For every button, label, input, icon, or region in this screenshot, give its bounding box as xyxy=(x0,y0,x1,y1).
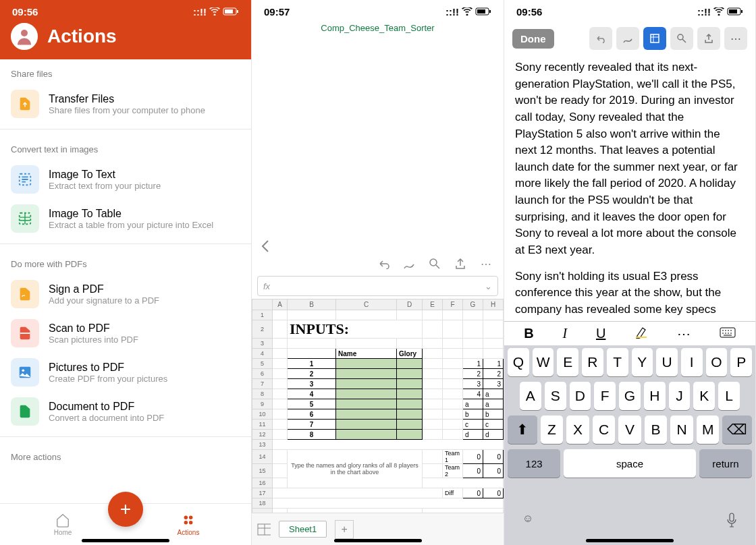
key-O[interactable]: O xyxy=(706,348,728,376)
avatar[interactable] xyxy=(11,23,38,50)
clock: 09:57 xyxy=(264,6,290,18)
svg-point-3 xyxy=(21,30,28,36)
image-to-table[interactable]: Image To TableExtract a table from your … xyxy=(0,199,251,238)
more-icon[interactable]: ⋯ xyxy=(724,27,747,50)
key-C[interactable]: C xyxy=(593,415,616,444)
underline-button[interactable]: U xyxy=(596,326,605,341)
more-icon[interactable]: ⋯ xyxy=(479,257,493,270)
image-to-text[interactable]: Image To TextExtract text from your pict… xyxy=(0,160,251,199)
section-more: More actions xyxy=(0,442,251,467)
key-R[interactable]: R xyxy=(582,348,603,376)
svg-rect-1 xyxy=(225,9,233,13)
key-J[interactable]: J xyxy=(669,382,691,410)
svg-point-21 xyxy=(678,34,683,40)
svg-rect-19 xyxy=(741,10,742,13)
svg-rect-14 xyxy=(489,10,491,13)
mic-icon[interactable] xyxy=(726,513,737,530)
key-U[interactable]: U xyxy=(656,348,678,376)
svg-rect-13 xyxy=(477,9,485,13)
status-icons: ::!! xyxy=(193,6,239,18)
filename[interactable]: Comp_Cheese_Team_Sorter xyxy=(252,23,504,237)
page-title: Actions xyxy=(47,26,117,47)
shift-key[interactable]: ⬆ xyxy=(508,415,537,444)
key-S[interactable]: S xyxy=(545,382,566,410)
key-H[interactable]: H xyxy=(644,382,666,410)
status-icons: ::!! xyxy=(446,6,491,18)
draw-icon[interactable] xyxy=(616,27,639,50)
add-sheet[interactable]: + xyxy=(335,520,354,539)
section-share: Share files xyxy=(0,59,251,84)
layout-icon[interactable] xyxy=(643,27,666,50)
undo-icon[interactable] xyxy=(589,27,612,50)
key-L[interactable]: L xyxy=(718,382,740,410)
svg-point-15 xyxy=(430,259,437,266)
key-V[interactable]: V xyxy=(618,415,641,444)
keyboard-icon[interactable] xyxy=(720,326,736,341)
sheet-tab[interactable]: Sheet1 xyxy=(279,521,327,538)
key-K[interactable]: K xyxy=(693,382,715,410)
sheets-icon[interactable] xyxy=(257,523,271,536)
return-key[interactable]: return xyxy=(699,449,752,478)
num-key[interactable]: 123 xyxy=(508,449,560,478)
formula-bar[interactable]: fx⌄ xyxy=(257,276,498,296)
svg-point-10 xyxy=(184,521,188,525)
emoji-icon[interactable]: ☺ xyxy=(522,513,533,530)
share-icon[interactable] xyxy=(697,27,720,50)
svg-rect-18 xyxy=(729,9,737,13)
draw-icon[interactable] xyxy=(402,257,416,270)
key-P[interactable]: P xyxy=(730,348,752,376)
done-button[interactable]: Done xyxy=(512,29,554,49)
key-F[interactable]: F xyxy=(594,382,616,410)
home-indicator[interactable] xyxy=(334,539,422,542)
svg-point-8 xyxy=(184,516,188,520)
more-format-icon[interactable]: ⋯ xyxy=(677,326,691,342)
space-key[interactable]: space xyxy=(564,449,696,478)
svg-rect-24 xyxy=(730,513,734,521)
home-indicator[interactable] xyxy=(82,539,169,542)
key-Z[interactable]: Z xyxy=(541,415,564,444)
transfer-files[interactable]: Transfer FilesShare files from your comp… xyxy=(0,84,251,123)
backspace-key[interactable]: ⌫ xyxy=(722,415,752,444)
clock: 09:56 xyxy=(516,6,542,18)
fab-add[interactable]: + xyxy=(108,492,143,527)
share-icon[interactable] xyxy=(454,257,467,270)
key-B[interactable]: B xyxy=(645,415,668,444)
svg-point-11 xyxy=(189,521,193,525)
scan-pdf[interactable]: Scan to PDFScan pictures into PDF xyxy=(0,314,251,353)
sign-pdf[interactable]: Sign a PDFAdd your signature to a PDF xyxy=(0,275,251,314)
svg-rect-22 xyxy=(636,337,647,338)
bold-button[interactable]: B xyxy=(524,326,533,341)
clock: 09:56 xyxy=(12,6,38,18)
svg-rect-23 xyxy=(720,328,735,337)
key-X[interactable]: X xyxy=(566,415,589,444)
svg-rect-2 xyxy=(237,10,238,13)
search-icon[interactable] xyxy=(670,27,693,50)
key-G[interactable]: G xyxy=(619,382,641,410)
undo-icon[interactable] xyxy=(377,257,390,270)
search-icon[interactable] xyxy=(428,257,441,270)
key-M[interactable]: M xyxy=(697,415,720,444)
italic-button[interactable]: I xyxy=(563,326,568,341)
key-A[interactable]: A xyxy=(520,382,541,410)
keyboard: QWERTYUIOP ASDFGHJKL ⬆ ZXCVBNM ⌫ 123 spa… xyxy=(504,345,755,545)
svg-point-7 xyxy=(22,369,24,372)
svg-rect-20 xyxy=(651,34,659,42)
section-pdf: Do more with PDFs xyxy=(0,250,251,275)
key-W[interactable]: W xyxy=(533,348,554,376)
key-D[interactable]: D xyxy=(570,382,591,410)
highlight-icon[interactable] xyxy=(634,325,648,342)
key-E[interactable]: E xyxy=(557,348,578,376)
pictures-pdf[interactable]: Pictures to PDFCreate PDF from your pict… xyxy=(0,353,251,392)
section-convert: Convert text in images xyxy=(0,135,251,160)
status-icons: ::!! xyxy=(697,6,743,18)
home-indicator[interactable] xyxy=(586,539,674,542)
key-T[interactable]: T xyxy=(607,348,628,376)
key-Y[interactable]: Y xyxy=(632,348,653,376)
svg-point-9 xyxy=(189,516,193,520)
document-pdf[interactable]: Document to PDFConvert a document into P… xyxy=(0,392,251,431)
key-I[interactable]: I xyxy=(681,348,703,376)
back-icon[interactable] xyxy=(259,239,272,253)
key-N[interactable]: N xyxy=(670,415,693,444)
document-body[interactable]: Sony recently revealed that its next-gen… xyxy=(504,54,755,321)
key-Q[interactable]: Q xyxy=(508,348,529,376)
